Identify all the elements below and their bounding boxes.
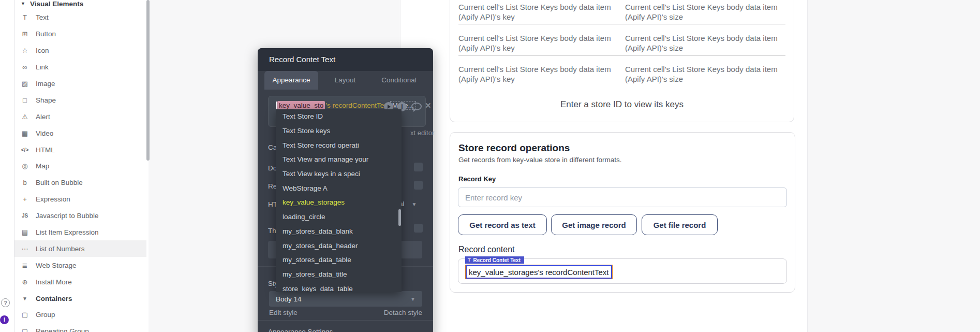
get-record-as-text-button[interactable]: Get record as text (458, 214, 547, 235)
sidebar-item[interactable]: ≣ Web Storage (14, 257, 146, 273)
sidebar-item-label: Install More (36, 278, 72, 286)
autocomplete-option[interactable]: WebStorage A (276, 181, 402, 195)
collapse-caret-icon: ▼ (21, 1, 30, 6)
checkbox[interactable] (414, 163, 423, 171)
sidebar-item[interactable]: ⚠ Alert (14, 108, 146, 125)
key-cell: Current cell's List Store Keys body data… (458, 3, 625, 22)
style-select[interactable]: Body 14 ▼ (269, 291, 422, 307)
sidebar-item[interactable]: ▢ Repeating Group (14, 323, 146, 332)
appearance-settings-section-label[interactable]: Appearance Settings (268, 328, 333, 332)
sidebar-item[interactable]: ∞ Link (14, 59, 146, 76)
sidebar-item[interactable]: ⊞ Button (14, 26, 146, 42)
autocomplete-option[interactable]: Text Store record operati (276, 138, 402, 152)
selected-element-tag-label: Record Contet Text (473, 257, 521, 263)
autocomplete-option[interactable]: my_stores_data_title (276, 267, 402, 282)
element-palette-sidebar: ▼ Visual Elements T Text ⊞ Button (0, 0, 149, 332)
autocomplete-option[interactable]: my_stores_data_blank (276, 224, 402, 239)
sidebar-item-label: Image (36, 80, 55, 88)
sidebar-item[interactable]: b Built on Bubble (14, 175, 146, 191)
store-record-operations-group[interactable]: Store record operations Get records from… (450, 132, 795, 293)
sidebar-item[interactable]: ▤ List Item Expression (14, 224, 146, 241)
chevron-down-icon: ▼ (412, 201, 417, 207)
bubble-editor-screen: ▼ Visual Elements T Text ⊞ Button (0, 0, 980, 332)
selected-text-element[interactable]: key_value_storages's recordContentText (466, 265, 612, 279)
autocomplete-option[interactable]: Text View and manage your (276, 152, 402, 167)
sidebar-item[interactable]: □ Shape (14, 92, 146, 108)
selected-element-tag: T Record Contet Text (465, 256, 524, 264)
table-row[interactable]: Current cell's List Store Keys body data… (458, 0, 785, 24)
autocomplete-option[interactable]: Text Store ID (276, 109, 402, 124)
sidebar-item-label: Group (36, 311, 55, 319)
sidebar-item[interactable]: ▨ Image (14, 76, 146, 92)
table-row[interactable]: Current cell's List Store Keys body data… (458, 55, 785, 86)
sidebar-item[interactable]: JS Javascript to Bubble (14, 208, 146, 224)
section-title: Containers (36, 295, 72, 302)
text-element-icon: T (468, 257, 471, 263)
sidebar-item-label: List of Numbers (36, 245, 85, 253)
element-icon: </> (20, 147, 30, 153)
detach-style-link[interactable]: Detach style (384, 309, 422, 316)
sidebar-item-label: Button (36, 30, 56, 38)
element-icon: ⋯ (20, 245, 30, 253)
key-cell: Current cell's List Store Keys body data… (458, 65, 625, 84)
sidebar-item-label: HTML (36, 146, 55, 154)
get-file-record-button[interactable]: Get file record (642, 214, 718, 235)
element-icon: ⊞ (20, 30, 30, 38)
expression-selected-token[interactable]: key_value_sto (277, 101, 325, 110)
sidebar-item-label: Expression (36, 195, 70, 203)
sidebar-item-label: Built on Bubble (36, 179, 83, 186)
sidebar-item[interactable]: ◎ Map (14, 158, 146, 175)
tab-conditional[interactable]: Conditional (372, 71, 426, 90)
chevron-down-icon: ▼ (410, 296, 415, 302)
tab-appearance[interactable]: Appearance (264, 71, 318, 90)
autocomplete-option[interactable]: store_keys_data_table (276, 281, 402, 292)
sidebar-item[interactable]: ⊕ Install More (14, 273, 146, 290)
expression-autocomplete-dropdown[interactable]: Text Store ID Text Store keys Text Store… (276, 109, 402, 292)
sidebar-item[interactable]: ☆ Icon (14, 42, 146, 59)
autocomplete-option[interactable]: key_value_storages (276, 195, 402, 210)
tab-layout[interactable]: Layout (318, 71, 372, 90)
sidebar-item-label: Alert (36, 113, 50, 121)
sidebar-item-label: Shape (36, 96, 56, 104)
autocomplete-option[interactable]: Text Store keys (276, 124, 402, 138)
sidebar-divider (14, 0, 14, 332)
sidebar-item[interactable]: ▦ Video (14, 125, 146, 141)
table-row[interactable]: Current cell's List Store Keys body data… (458, 24, 785, 55)
sidebar-item-label: Video (36, 129, 53, 137)
sidebar-scrollbar[interactable] (146, 0, 150, 161)
element-icon: ∞ (20, 63, 30, 71)
sidebar-item[interactable]: T Text (14, 9, 146, 26)
sidebar-item[interactable]: + Expression (14, 191, 146, 208)
comment-icon[interactable] (411, 102, 422, 110)
autocomplete-option[interactable]: my_stores_data_table (276, 253, 402, 267)
store-keys-group[interactable]: Current cell's List Store Keys body data… (450, 0, 794, 122)
containers-section-header[interactable]: ▼ Containers (14, 290, 146, 307)
rich-text-editor-link-fragment[interactable]: xt editor (410, 129, 434, 137)
element-icon: ⊕ (20, 278, 30, 286)
dialog-titlebar[interactable]: Record Contet Text (258, 48, 433, 71)
expression-rest[interactable]: 's recordContentText (325, 102, 389, 109)
checkbox[interactable] (414, 224, 423, 233)
checkbox[interactable] (414, 181, 423, 190)
get-image-record-button[interactable]: Get image record (551, 214, 637, 235)
autocomplete-option[interactable]: Text View keys in a speci (276, 167, 402, 181)
sidebar-item-label: List Item Expression (36, 228, 99, 236)
record-key-input[interactable] (458, 187, 787, 207)
sidebar-item-label: Map (36, 162, 49, 170)
sidebar-item[interactable]: ⋯ List of Numbers (14, 240, 146, 257)
assistant-icon[interactable]: I (0, 315, 9, 324)
autocomplete-option[interactable]: my_stores_data_header (276, 238, 402, 253)
visual-elements-list: T Text ⊞ Button ☆ Icon ∞ (14, 9, 146, 290)
element-icon: ⚠ (20, 113, 30, 121)
edit-style-link[interactable]: Edit style (269, 309, 298, 316)
sidebar-item[interactable]: ▢ Group (14, 307, 146, 323)
sidebar-item-label: Javascript to Bubble (36, 212, 99, 220)
dropdown-scrollbar[interactable] (398, 209, 401, 226)
record-key-label: Record Key (458, 175, 496, 183)
visual-elements-section-header[interactable]: ▼ Visual Elements (14, 0, 146, 10)
close-icon[interactable]: ✕ (425, 101, 432, 110)
help-icon[interactable]: ? (1, 298, 10, 307)
autocomplete-option[interactable]: loading_circle (276, 210, 402, 224)
sidebar-item[interactable]: </> HTML (14, 141, 146, 158)
html-tag-select-fragment[interactable]: al▼ (399, 200, 417, 208)
